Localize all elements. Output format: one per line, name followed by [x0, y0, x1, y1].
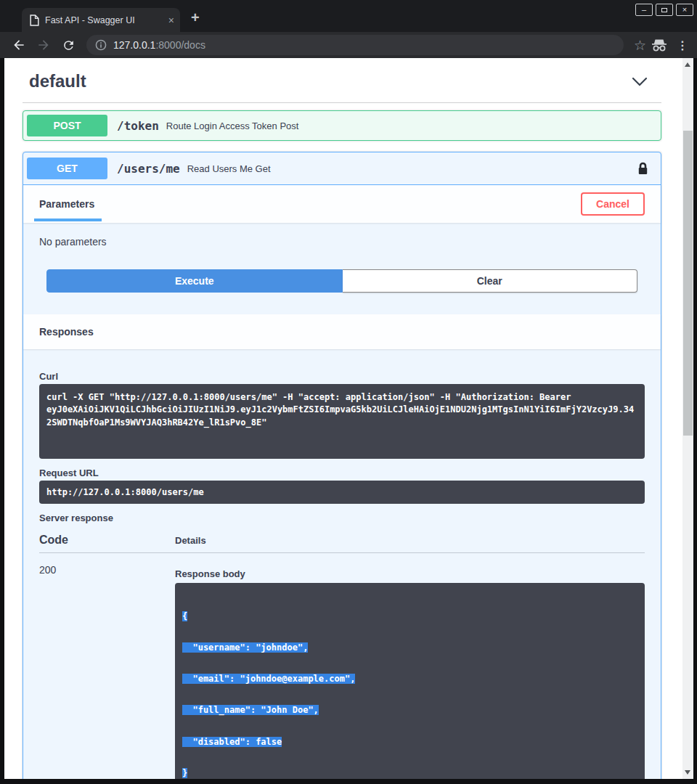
window-minimize-button[interactable]: – — [635, 4, 653, 16]
window-close-button[interactable]: × — [676, 4, 693, 16]
browser-tab[interactable]: Fast API - Swagger UI × — [22, 8, 180, 32]
request-url-block: http://127.0.0.1:8000/users/me — [39, 481, 645, 504]
curl-command-block: curl -X GET "http://127.0.0.1:8000/users… — [39, 384, 645, 459]
json-line: "email": "johndoe@example.com", — [182, 674, 355, 684]
request-url-label: Request URL — [39, 467, 645, 478]
details-column-header: Details — [175, 535, 206, 546]
opblock-get-header[interactable]: GET /users/me Read Users Me Get — [23, 152, 661, 185]
address-bar[interactable]: 127.0.0.1:8000/docs — [86, 35, 624, 55]
scrollbar-up-arrow-icon[interactable] — [685, 62, 690, 67]
response-body-label: Response body — [175, 568, 645, 579]
json-line: { — [182, 611, 187, 621]
api-group-header[interactable]: default — [23, 58, 661, 98]
responses-section-body: Curl curl -X GET "http://127.0.0.1:8000/… — [23, 349, 661, 779]
method-badge-get: GET — [27, 158, 107, 179]
bookmark-star-icon[interactable]: ☆ — [634, 38, 646, 52]
execute-button[interactable]: Execute — [46, 269, 343, 293]
no-parameters-message: No parameters — [23, 223, 661, 269]
opblock-get-users-me: GET /users/me Read Users Me Get Paramete… — [23, 152, 661, 779]
response-body-block: { "username": "johndoe", "email": "johnd… — [175, 583, 645, 779]
endpoint-path: /users/me — [117, 162, 180, 176]
active-tab-underline — [34, 219, 102, 221]
server-response-row: 200 Response body { "username": "johndoe… — [39, 553, 645, 779]
reload-button[interactable] — [60, 36, 77, 54]
new-tab-button[interactable]: + — [191, 10, 200, 25]
back-button[interactable] — [10, 36, 28, 54]
page-favicon-icon — [30, 15, 39, 26]
curl-label: Curl — [39, 371, 645, 382]
url-host: 127.0.0.1 — [113, 39, 155, 51]
page-scrollbar[interactable] — [682, 58, 693, 779]
server-response-label: Server response — [39, 513, 645, 523]
code-column-header: Code — [39, 534, 175, 547]
responses-section-header: Responses — [23, 314, 661, 349]
execute-button-group: Execute Clear — [23, 269, 661, 314]
maximize-icon — [661, 8, 667, 12]
json-line: "full_name": "John Doe", — [182, 705, 319, 715]
responses-section-title: Responses — [39, 326, 94, 338]
cancel-button[interactable]: Cancel — [581, 192, 645, 216]
clear-button[interactable]: Clear — [343, 269, 638, 293]
method-badge-post: POST — [27, 115, 107, 136]
tab-parameters[interactable]: Parameters — [39, 198, 94, 210]
json-line: } — [182, 768, 187, 778]
auth-lock-icon[interactable] — [637, 161, 648, 176]
forward-button[interactable] — [35, 36, 52, 54]
page-viewport: default POST /token Route Login Access T… — [4, 58, 693, 779]
swagger-page: default POST /token Route Login Access T… — [4, 58, 682, 779]
incognito-icon — [651, 36, 668, 54]
endpoint-path: /token — [117, 119, 159, 133]
parameters-section-header: Parameters Cancel — [23, 185, 661, 223]
window-maximize-button[interactable] — [656, 4, 673, 16]
json-line: "disabled": false — [182, 737, 282, 747]
url-text: 127.0.0.1:8000/docs — [113, 39, 205, 51]
endpoint-summary: Route Login Access Token Post — [166, 120, 299, 131]
site-info-icon[interactable] — [95, 39, 107, 51]
browser-titlebar: Fast API - Swagger UI × + – × — [0, 0, 697, 32]
status-code: 200 — [39, 563, 175, 779]
tab-close-icon[interactable]: × — [168, 15, 174, 25]
url-path: :8000/docs — [155, 39, 205, 51]
opblock-post-token[interactable]: POST /token Route Login Access Token Pos… — [23, 110, 661, 141]
tab-title: Fast API - Swagger UI — [45, 15, 163, 25]
endpoint-summary: Read Users Me Get — [187, 163, 271, 174]
browser-toolbar: 127.0.0.1:8000/docs ☆ ⋮ — [0, 32, 697, 58]
api-group-title: default — [29, 71, 86, 91]
server-response-table-header: Code Details — [39, 534, 645, 553]
scrollbar-down-arrow-icon[interactable] — [685, 770, 690, 775]
browser-menu-icon[interactable]: ⋮ — [677, 38, 688, 52]
group-divider — [23, 102, 661, 103]
chevron-down-icon[interactable] — [632, 77, 648, 86]
json-line: "username": "johndoe", — [182, 642, 308, 653]
scrollbar-thumb[interactable] — [683, 131, 693, 436]
